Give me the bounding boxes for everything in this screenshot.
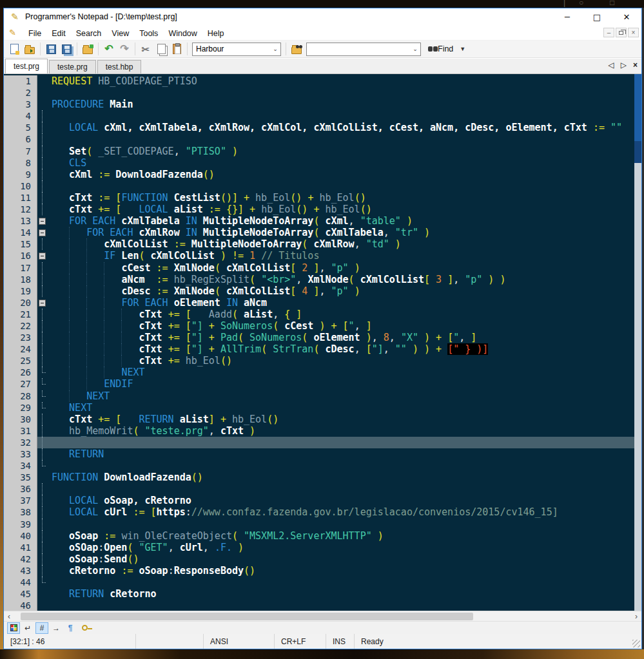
code-line-46[interactable]: 46 <box>4 600 641 611</box>
code-text[interactable]: ENDIF <box>48 378 641 390</box>
code-line-43[interactable]: 43 cRetorno := oSoap:ResponseBody() <box>4 565 641 577</box>
fold-toggle[interactable] <box>37 215 48 227</box>
undo-button[interactable]: ↶ <box>102 42 116 56</box>
code-text[interactable] <box>48 577 641 588</box>
fold-collapse-icon[interactable] <box>39 300 46 307</box>
code-text[interactable] <box>48 180 641 192</box>
code-line-44[interactable]: 44 <box>4 577 641 588</box>
code-line-35[interactable]: 35FUNCTION DownloadFazenda() <box>4 472 641 483</box>
menu-item-window[interactable]: Window <box>163 27 202 40</box>
menu-item-edit[interactable]: Edit <box>46 27 71 40</box>
fold-toggle[interactable] <box>37 250 48 262</box>
maximize-button[interactable]: □ <box>582 8 612 25</box>
fold-toggle[interactable] <box>37 227 48 238</box>
code-text[interactable]: LOCAL oSoap, cRetorno <box>48 495 641 506</box>
code-text[interactable] <box>48 600 641 611</box>
code-text[interactable]: RETURN <box>48 448 641 460</box>
whitespace-toggle[interactable]: → <box>50 622 63 634</box>
code-line-26[interactable]: 26 NEXT <box>4 367 641 378</box>
code-text[interactable]: cXmlColList := MultipleNodeToArray( cXml… <box>48 238 641 250</box>
new-file-button[interactable] <box>7 42 21 56</box>
code-line-23[interactable]: 23 cTxt += ["] + Pad( SoNumeros( oElemen… <box>4 332 641 343</box>
fold-collapse-icon[interactable] <box>39 253 46 260</box>
save-button[interactable] <box>44 42 58 56</box>
line-endings-toggle[interactable]: ¶ <box>64 622 77 634</box>
code-line-38[interactable]: 38 LOCAL cUrl := [https://www.confaz.faz… <box>4 506 641 518</box>
code-line-39[interactable]: 39 <box>4 519 641 530</box>
fold-collapse-icon[interactable] <box>39 218 46 225</box>
code-text[interactable]: FUNCTION DownloadFazenda() <box>48 472 641 483</box>
code-line-1[interactable]: 1REQUEST HB_CODEPAGE_PTISO <box>4 75 641 87</box>
code-text[interactable] <box>48 87 641 99</box>
code-line-36[interactable]: 36 <box>4 483 641 495</box>
code-text[interactable]: PROCEDURE Main <box>48 99 641 110</box>
code-text[interactable] <box>48 519 641 530</box>
code-text[interactable]: cDesc := XmlNode( cXmlColList[ 4 ], "p" … <box>48 285 641 297</box>
line-numbers-toggle[interactable]: # <box>35 622 48 634</box>
tab-prev-button[interactable]: ◁ <box>609 61 614 70</box>
code-text[interactable]: Set( _SET_CODEPAGE, "PTISO" ) <box>48 146 641 157</box>
code-line-14[interactable]: 14 FOR EACH cXmlRow IN MultipleNodeToArr… <box>4 227 641 238</box>
code-text[interactable] <box>48 437 641 448</box>
word-wrap-toggle[interactable]: ↵ <box>21 622 34 634</box>
menu-item-view[interactable]: View <box>106 27 134 40</box>
code-text[interactable]: NEXT <box>48 402 641 414</box>
code-line-2[interactable]: 2 <box>4 87 641 99</box>
save-all-button[interactable] <box>59 42 73 56</box>
code-editor[interactable]: 1REQUEST HB_CODEPAGE_PTISO23PROCEDURE Ma… <box>4 74 641 611</box>
code-line-7[interactable]: 7 Set( _SET_CODEPAGE, "PTISO" ) <box>4 146 641 157</box>
code-line-19[interactable]: 19 cDesc := XmlNode( cXmlColList[ 4 ], "… <box>4 285 641 297</box>
code-text[interactable]: cTxt += hb_Eol() <box>48 355 641 367</box>
write-protect-toggle[interactable] <box>78 622 91 634</box>
code-line-12[interactable]: 12 cTxt += [ LOCAL aList := {}] + hb_Eol… <box>4 204 641 215</box>
code-text[interactable]: oSoap:Send() <box>48 553 641 565</box>
code-line-27[interactable]: 27 ENDIF <box>4 378 641 390</box>
copy-button[interactable] <box>154 42 168 56</box>
resize-grip[interactable] <box>632 640 640 647</box>
code-text[interactable]: cTxt := [FUNCTION CestList()] + hb_Eol()… <box>48 192 641 204</box>
code-line-15[interactable]: 15 cXmlColList := MultipleNodeToArray( c… <box>4 238 641 250</box>
code-text[interactable]: cTxt += [ LOCAL aList := {}] + hb_Eol() … <box>48 204 641 215</box>
paste-button[interactable] <box>170 42 184 56</box>
code-text[interactable]: NEXT <box>48 390 641 402</box>
code-line-28[interactable]: 28 NEXT <box>4 390 641 402</box>
code-line-45[interactable]: 45 RETURN cRetorno <box>4 588 641 600</box>
scroll-left-arrow[interactable]: ‹ <box>4 611 14 622</box>
fold-toggle[interactable] <box>37 297 48 309</box>
cut-button[interactable]: ✂ <box>139 42 153 56</box>
code-text[interactable] <box>48 483 641 495</box>
tab-teste.prg[interactable]: teste.prg <box>49 60 96 73</box>
code-line-32[interactable]: 32 <box>4 437 641 448</box>
code-line-17[interactable]: 17 cCest := XmlNode( cXmlColList[ 2 ], "… <box>4 262 641 274</box>
tab-close-button[interactable]: × <box>633 61 638 70</box>
code-line-22[interactable]: 22 cTxt += ["] + SoNumeros( cCest ) + ["… <box>4 320 641 332</box>
code-text[interactable]: oSOap:Open( "GET", cUrl, .F. ) <box>48 542 641 553</box>
code-text[interactable]: FOR EACH oElement IN aNcm <box>48 297 641 309</box>
code-line-25[interactable]: 25 cTxt += hb_Eol() <box>4 355 641 367</box>
code-text[interactable]: RETURN cRetorno <box>48 588 641 600</box>
redo-button[interactable]: ↷ <box>117 42 132 56</box>
syntax-highlight-toggle[interactable] <box>7 622 20 634</box>
code-text[interactable]: FOR EACH cXmlRow IN MultipleNodeToArray(… <box>48 227 641 238</box>
horizontal-scrollbar-thumb[interactable] <box>21 613 473 620</box>
code-line-34[interactable]: 34 <box>4 460 641 472</box>
minimize-button[interactable]: ─ <box>552 8 582 25</box>
code-line-21[interactable]: 21 cTxt += [ Aadd( aList, { ] <box>4 309 641 320</box>
code-text[interactable]: cTxt += [ RETURN aList] + hb_Eol() <box>48 414 641 425</box>
code-line-42[interactable]: 42 oSoap:Send() <box>4 553 641 565</box>
code-line-8[interactable]: 8 CLS <box>4 157 641 169</box>
code-text[interactable]: REQUEST HB_CODEPAGE_PTISO <box>48 75 641 87</box>
code-line-40[interactable]: 40 oSoap := win_OleCreateObject( "MSXML2… <box>4 530 641 542</box>
horizontal-scrollbar[interactable]: ‹ › <box>4 611 641 621</box>
save-project-button[interactable] <box>81 42 95 56</box>
menu-item-file[interactable]: File <box>23 27 46 40</box>
code-line-20[interactable]: 20 FOR EACH oElement IN aNcm <box>4 297 641 309</box>
code-text[interactable] <box>48 133 641 145</box>
menu-item-search[interactable]: Search <box>71 27 107 40</box>
code-text[interactable]: cTxt += ["] + Pad( SoNumeros( oElement )… <box>48 332 641 343</box>
mdi-close-button[interactable]: × <box>628 28 639 37</box>
search-combobox[interactable]: ⌄ <box>306 43 421 56</box>
code-line-33[interactable]: 33 RETURN <box>4 448 641 460</box>
code-text[interactable]: LOCAL cUrl := [https://www.confaz.fazend… <box>48 506 641 518</box>
code-text[interactable]: aNcm := hb_RegExSplit( "<br>", XmlNode( … <box>48 274 641 285</box>
